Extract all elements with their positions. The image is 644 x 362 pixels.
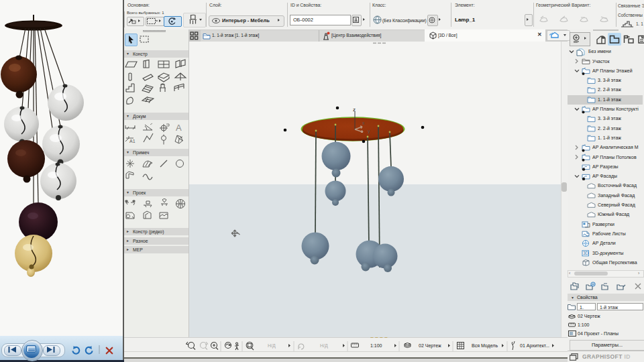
- svg-text:z: z: [353, 107, 356, 113]
- svg-text:Н/Д: Н/Д: [268, 343, 276, 349]
- svg-text:3D: 3D: [583, 251, 589, 255]
- svg-text:01 Архитект...: 01 Архитект...: [520, 343, 549, 349]
- svg-text:1:100: 1:100: [370, 343, 382, 348]
- svg-text:y: y: [368, 129, 370, 134]
- svg-text:x: x: [362, 121, 365, 125]
- svg-text:Вся Модель: Вся Модель: [472, 343, 498, 349]
- svg-text:Н/Д: Н/Д: [320, 343, 328, 349]
- svg-text:02 Чертеж: 02 Чертеж: [419, 343, 441, 349]
